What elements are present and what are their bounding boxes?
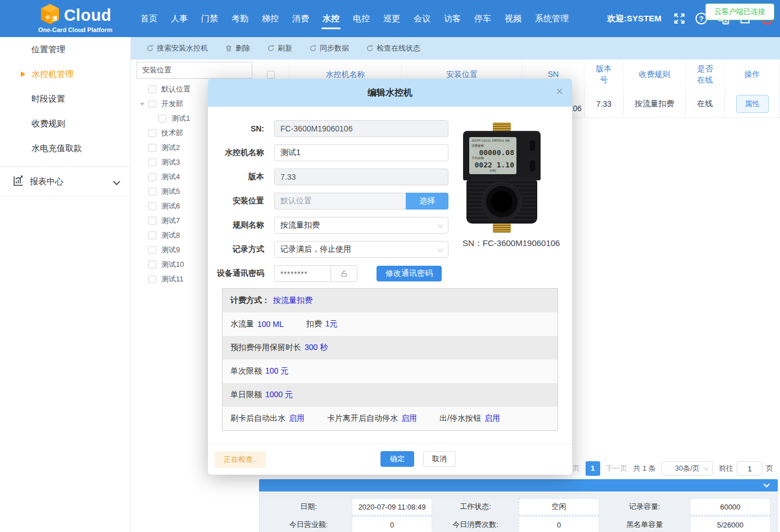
auto-out-toggle[interactable]: 启用 <box>289 413 305 424</box>
tree-checkbox[interactable] <box>148 100 156 108</box>
fee-label: 扣费 <box>306 319 322 329</box>
tree-item-label: 测试4 <box>161 172 180 182</box>
page-size-value: 30条/页 <box>675 464 700 472</box>
record-mode-select[interactable]: 记录满后，停止使用 <box>274 241 448 258</box>
fullscreen-icon[interactable] <box>672 11 687 26</box>
next-page-button[interactable]: 下一页 <box>606 463 628 474</box>
tree-checkbox[interactable] <box>148 158 156 166</box>
tree-checkbox[interactable] <box>148 217 156 225</box>
sidebar-item-reports[interactable]: 报表中心 <box>0 166 130 197</box>
goto-label: 前往 <box>719 463 733 474</box>
tree-checkbox[interactable] <box>148 85 156 93</box>
card-reader-center <box>491 191 513 212</box>
nav-item[interactable]: 水控 <box>316 1 346 37</box>
lcd-date: 2015年1月1日 15时50分 5秒 <box>471 139 510 143</box>
nav-item[interactable]: 考勤 <box>225 1 255 37</box>
top-navbar: 卡 通 Cloud One-Card Cloud Platform 首页 人事 … <box>0 0 780 37</box>
detail-collapse-bar[interactable] <box>259 479 778 492</box>
sidebar-item[interactable]: 水电充值取款 <box>0 136 130 161</box>
auto-stop-toggle[interactable]: 启用 <box>401 413 417 424</box>
current-page-button[interactable]: 1 <box>586 461 600 476</box>
tree-checkbox[interactable] <box>148 144 156 152</box>
sidebar-item[interactable]: 位置管理 <box>0 37 130 62</box>
nav-item[interactable]: 访客 <box>437 1 468 37</box>
password-label: 设备通讯密码 <box>208 269 264 279</box>
nav-item[interactable]: 消费 <box>285 1 316 37</box>
cloud-status-badge[interactable]: 云客户端已连接 <box>705 3 774 20</box>
nav-item[interactable]: 系统管理 <box>528 1 575 37</box>
tree-checkbox[interactable] <box>148 173 156 181</box>
unlock-icon[interactable] <box>330 265 357 282</box>
nav-item[interactable]: 梯控 <box>255 1 285 37</box>
nav-item[interactable]: 门禁 <box>194 1 225 37</box>
toolbar-button[interactable]: 刷新 <box>260 40 300 56</box>
lcd-balance-label: 卡内余额: <box>471 156 510 161</box>
sidebar-item[interactable]: 水控机管理 <box>0 62 130 87</box>
page-size-select[interactable]: 30条/页 <box>661 461 713 476</box>
water-button-toggle[interactable]: 启用 <box>484 413 500 424</box>
lcd-amount-label: 消费金额: <box>471 144 510 148</box>
nav-item[interactable]: 巡更 <box>377 1 407 37</box>
tree-checkbox[interactable] <box>158 115 166 122</box>
cell-action: 属性 <box>725 90 780 117</box>
chevron-down-icon <box>763 481 769 487</box>
tree-item-label: 测试1 <box>171 113 190 124</box>
hold-value: 300 秒 <box>305 343 328 353</box>
toolbar-button[interactable]: 搜索安装水控机 <box>139 40 215 56</box>
tree-item-label: 测试11 <box>161 274 184 284</box>
nav-item[interactable]: 视频 <box>498 1 528 37</box>
billing-info-panel: 计费方式： 按流量扣费 水流量 100 ML 扣费 1元 预扣费停用保留时长 3… <box>222 288 558 431</box>
tree-item-label: 技术部 <box>161 128 183 138</box>
toolbar-button[interactable]: 同步数据 <box>302 40 356 56</box>
record-mode-label: 记录方式 <box>208 244 264 254</box>
confirm-button[interactable]: 确定 <box>380 451 414 467</box>
expand-arrow-icon[interactable] <box>140 103 144 106</box>
sidebar-item[interactable]: 时段设置 <box>0 87 130 111</box>
tree-item-label: 测试7 <box>161 216 180 226</box>
nav-item[interactable]: 首页 <box>134 1 164 37</box>
name-input[interactable] <box>274 144 448 161</box>
sidebar-item-label: 时段设置 <box>31 94 65 103</box>
device-lcd: 2015年1月1日 15时50分 5秒 消费金额: 00000.08 卡内余额:… <box>469 137 516 174</box>
billing-method-link[interactable]: 按流量扣费 <box>273 295 312 306</box>
nav-item[interactable]: 人事 <box>164 1 194 37</box>
toolbar-button[interactable]: 检查在线状态 <box>359 40 428 56</box>
device-head: 2015年1月1日 15时50分 5秒 消费金额: 00000.08 卡内余额:… <box>463 131 541 180</box>
svg-text:通: 通 <box>52 16 58 21</box>
nav-item[interactable]: 停车 <box>468 1 498 37</box>
select-all-checkbox[interactable] <box>267 71 275 79</box>
rule-select[interactable]: 按流量扣费 <box>274 217 448 234</box>
tree-checkbox[interactable] <box>148 231 156 239</box>
tree-checkbox[interactable] <box>148 129 156 137</box>
choose-location-button[interactable]: 选择 <box>406 193 448 210</box>
password-input[interactable] <box>274 265 330 282</box>
toolbar-button[interactable]: 删除 <box>217 40 257 56</box>
sidebar-item[interactable]: 收费规则 <box>0 111 130 136</box>
tree-header[interactable]: 安装位置 <box>137 62 252 79</box>
lcd-amount-value: 00000.08 <box>471 149 514 156</box>
column-header: 收费规则 <box>624 60 686 90</box>
attribute-button[interactable]: 属性 <box>736 95 769 113</box>
tree-checkbox[interactable] <box>148 261 156 269</box>
detail-label: 今日营业额: <box>266 516 351 532</box>
close-icon[interactable]: × <box>556 85 563 98</box>
billing-flow-row: 水流量 100 ML 扣费 1元 <box>223 312 557 336</box>
goto-page-input[interactable] <box>737 461 763 476</box>
hold-label: 预扣费停用保留时长 <box>230 343 301 353</box>
rule-label: 规则名称 <box>208 220 264 230</box>
tree-item-label: 测试10 <box>161 260 184 270</box>
nav-item[interactable]: 会议 <box>407 1 437 37</box>
sidebar-item-label: 水电充值取款 <box>31 143 82 153</box>
tree-checkbox[interactable] <box>148 202 156 210</box>
cancel-button[interactable]: 取消 <box>423 451 456 467</box>
tree-checkbox[interactable] <box>148 188 156 195</box>
detail-value: 0 <box>352 516 432 532</box>
device-body <box>466 180 537 224</box>
change-password-button[interactable]: 修改通讯密码 <box>377 266 442 281</box>
tree-checkbox[interactable] <box>148 246 156 254</box>
tree-item-label: 测试5 <box>161 187 180 197</box>
nav-item[interactable]: 电控 <box>346 1 377 37</box>
location-label: 安装位置 <box>208 196 264 206</box>
tree-checkbox[interactable] <box>148 275 156 283</box>
brand-subtitle: One-Card Cloud Platform <box>19 26 131 33</box>
